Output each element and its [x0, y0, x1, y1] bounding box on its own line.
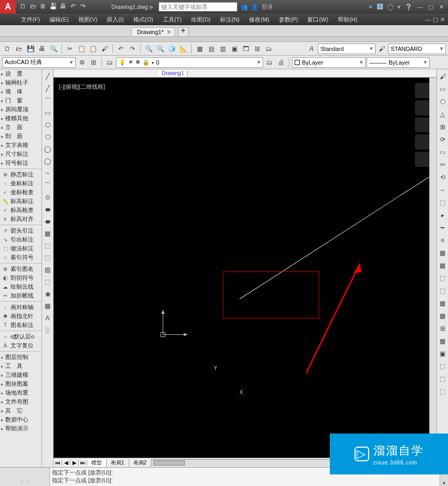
- palette-item[interactable]: ▸轴网柱子: [0, 78, 41, 87]
- maximize-button[interactable]: ▢: [426, 4, 435, 10]
- palette-item[interactable]: ○索引符号: [0, 253, 41, 262]
- palette-item[interactable]: ▸文字表格: [0, 141, 41, 150]
- modify-tool-22[interactable]: ▣: [437, 348, 448, 359]
- menu-file[interactable]: 文件(F): [21, 16, 40, 24]
- modify-tool-20[interactable]: ⊞: [437, 323, 448, 334]
- color-combo[interactable]: ByLayer▾: [292, 57, 366, 68]
- modify-tool-9[interactable]: ↔: [437, 185, 448, 195]
- modify-tool-7[interactable]: ✂: [437, 160, 448, 170]
- workspace-combo[interactable]: AutoCAD 经典▾: [2, 57, 76, 68]
- palette-item[interactable]: ▸图块图案: [0, 379, 41, 388]
- draw-tool-21[interactable]: ░: [43, 325, 53, 335]
- palette-item[interactable]: ▸文件布图: [0, 397, 41, 406]
- tb-dc-icon[interactable]: ▤: [206, 44, 216, 54]
- tb-paste-icon[interactable]: 📋: [88, 44, 98, 54]
- modify-tool-17[interactable]: ⬚: [437, 286, 448, 296]
- tb-preview-icon[interactable]: 🔍: [48, 44, 59, 54]
- palette-item[interactable]: ↕画对称轴: [0, 303, 41, 312]
- palette-item[interactable]: ≡标高对齐: [0, 215, 41, 224]
- menu-tools[interactable]: 工具(T): [163, 16, 182, 24]
- draw-tool-10[interactable]: ⊙: [43, 192, 53, 203]
- qat-new-icon[interactable]: 🗋: [19, 3, 27, 11]
- help-icon[interactable]: ❔: [405, 4, 412, 10]
- tb-tp-icon[interactable]: ▥: [217, 44, 228, 54]
- palette-item[interactable]: ▸帮助演示: [0, 424, 41, 433]
- draw-tool-16[interactable]: ▨: [43, 265, 53, 275]
- qat-open-icon[interactable]: 🗁: [29, 3, 37, 11]
- modify-tool-2[interactable]: ⬡: [437, 97, 448, 107]
- layout-nav-first[interactable]: ⏮: [54, 460, 62, 466]
- signin-label[interactable]: 登录: [262, 3, 273, 11]
- modify-tool-14[interactable]: ▦: [437, 248, 448, 258]
- autodesk360-icon[interactable]: 👥: [241, 4, 248, 10]
- textstyle-combo[interactable]: Standard▾: [318, 44, 376, 54]
- tb-undo-icon[interactable]: ↶: [116, 44, 126, 54]
- palette-item[interactable]: ↘引出标注: [0, 235, 41, 244]
- menu-edit[interactable]: 编辑(E): [49, 16, 69, 24]
- modify-tool-8[interactable]: ⟲: [437, 172, 448, 183]
- palette-item[interactable]: ↕坐标标注: [0, 179, 41, 188]
- modify-tool-16[interactable]: ⬚: [437, 273, 448, 283]
- palette-item[interactable]: ▸立 面: [0, 123, 41, 132]
- layout-nav-prev[interactable]: ◀: [62, 460, 70, 466]
- draw-tool-19[interactable]: ▦: [43, 301, 53, 311]
- tb-open-icon[interactable]: 🗁: [14, 44, 24, 54]
- draw-tool-5[interactable]: ⬡: [43, 132, 53, 142]
- modify-tool-5[interactable]: ⟳: [437, 134, 448, 145]
- palette-item[interactable]: ▸墙 体: [0, 87, 41, 96]
- menu-draw[interactable]: 绘图(D): [191, 16, 211, 24]
- palette-item[interactable]: ☁绘制云线: [0, 282, 41, 291]
- palette-item[interactable]: ↗箭头引注: [0, 226, 41, 235]
- modify-tool-19[interactable]: ▦: [437, 311, 448, 321]
- modify-tool-6[interactable]: ▭: [437, 147, 448, 157]
- modify-tool-1[interactable]: ▭: [437, 84, 448, 94]
- modify-tool-4[interactable]: ⊞: [437, 122, 448, 132]
- menu-insert[interactable]: 插入(I): [107, 16, 123, 24]
- tb-mk-icon[interactable]: 🗔: [241, 44, 251, 54]
- palette-item[interactable]: ✱画指北针: [0, 312, 41, 321]
- app-logo[interactable]: A: [0, 0, 16, 14]
- modify-tool-0[interactable]: 🖌: [437, 71, 448, 82]
- doc-close-button[interactable]: ✕: [440, 16, 445, 23]
- palette-item[interactable]: ▸场地布置: [0, 388, 41, 397]
- draw-tool-3[interactable]: ▭: [43, 108, 53, 118]
- qat-print-icon[interactable]: 🖶: [59, 3, 67, 11]
- doc-restore-button[interactable]: ▢: [433, 16, 438, 23]
- draw-tool-9[interactable]: ⌒: [43, 180, 53, 191]
- draw-tool-11[interactable]: ⬬: [43, 204, 53, 215]
- textstyle-a-icon[interactable]: A: [306, 44, 317, 54]
- tb-prop-icon[interactable]: ▦: [194, 44, 205, 54]
- modify-tool-18[interactable]: ▦: [437, 298, 448, 309]
- draw-tool-20[interactable]: A: [43, 313, 53, 323]
- exchange-o-icon[interactable]: ◯: [387, 4, 393, 10]
- palette-item[interactable]: ▸图层控制: [0, 353, 41, 362]
- palette-item[interactable]: ✂加折断线: [0, 291, 41, 300]
- menu-window[interactable]: 窗口(W): [307, 16, 328, 24]
- new-tab-button[interactable]: ✚: [178, 27, 189, 36]
- palette-item[interactable]: ▸数据中心: [0, 415, 41, 424]
- tb-ss-icon[interactable]: ▣: [229, 44, 239, 54]
- tb-zoom-icon[interactable]: 🔍: [155, 44, 165, 54]
- palette-item[interactable]: ⬚做法标注: [0, 244, 41, 253]
- dropdown-icon[interactable]: ▾: [398, 4, 401, 10]
- layout-model[interactable]: 模型: [87, 459, 107, 467]
- qat-open2-icon[interactable]: 🗎: [39, 3, 47, 11]
- palette-item[interactable]: ▸设 置: [0, 69, 41, 78]
- tb-qc-icon[interactable]: ⊞: [252, 44, 263, 54]
- draw-tool-1[interactable]: ╱: [43, 83, 53, 94]
- modify-tool-12[interactable]: ━: [437, 223, 448, 233]
- palette-item[interactable]: ▸其 它: [0, 406, 41, 415]
- modify-tool-11[interactable]: ▸: [437, 210, 448, 220]
- draw-tool-8[interactable]: ~: [43, 168, 53, 178]
- modify-tool-24[interactable]: ⬚: [437, 374, 448, 384]
- draw-tool-4[interactable]: ⬡: [43, 120, 53, 130]
- draw-tool-12[interactable]: ⬬: [43, 216, 53, 227]
- draw-tool-15[interactable]: ⬚: [43, 252, 53, 263]
- palette-item[interactable]: 📏标高标注: [0, 197, 41, 206]
- exchange-x-icon[interactable]: ✕: [368, 4, 373, 10]
- menu-param[interactable]: 参数(P): [279, 16, 298, 24]
- tb-new-icon[interactable]: 🗋: [2, 44, 13, 54]
- menu-help[interactable]: 帮助(H): [338, 16, 357, 24]
- mdi-drawing-tab[interactable]: Drawing1: [159, 70, 187, 76]
- workspace-gear-icon[interactable]: ⚙: [77, 57, 87, 68]
